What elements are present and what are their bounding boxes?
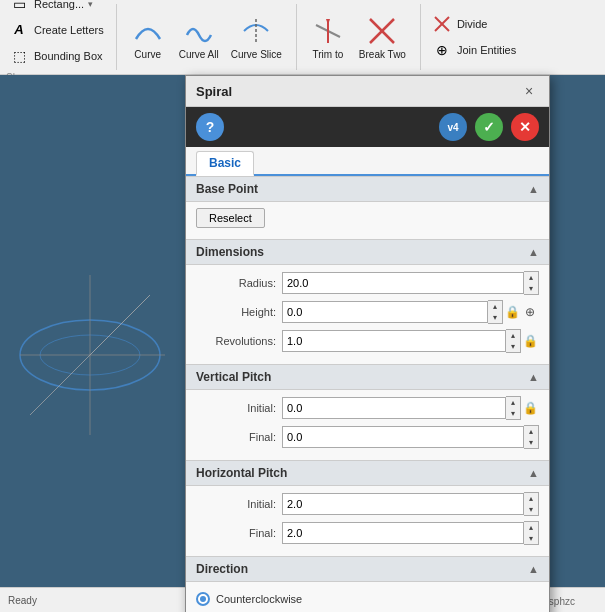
vp-final-input[interactable] xyxy=(282,426,524,448)
radius-row: Radius: ▴ ▾ xyxy=(196,271,539,295)
rectangle-icon: ▭ xyxy=(8,0,30,15)
radius-label: Radius: xyxy=(196,277,276,289)
base-point-body: Reselect xyxy=(186,202,549,239)
dialog-close-btn[interactable]: × xyxy=(519,81,539,101)
revolutions-row: Revolutions: ▴ ▾ 🔒 xyxy=(196,329,539,353)
curve-all-label: Curve All xyxy=(179,49,219,60)
cancel-icon: ✕ xyxy=(519,119,531,135)
height-input[interactable] xyxy=(282,301,488,323)
hp-initial-up-btn[interactable]: ▴ xyxy=(524,493,538,504)
revolutions-down-btn[interactable]: ▾ xyxy=(506,341,520,352)
height-lock-icon[interactable]: 🔒 xyxy=(503,303,521,321)
join-entities-btn[interactable]: ⊕ Join Entities xyxy=(429,38,518,62)
vp-final-down-btn[interactable]: ▾ xyxy=(524,437,538,448)
tab-basic[interactable]: Basic xyxy=(196,151,254,176)
trim-break-icons: Trim to Break Two xyxy=(305,13,410,62)
break-two-label: Break Two xyxy=(359,49,406,60)
radius-down-btn[interactable]: ▾ xyxy=(524,283,538,294)
help-btn[interactable]: ? xyxy=(196,113,224,141)
revolutions-lock-icon[interactable]: 🔒 xyxy=(521,332,539,350)
revolutions-label: Revolutions: xyxy=(196,335,276,347)
dialog-toolbar: ? v4 ✓ ✕ xyxy=(186,107,549,147)
horizontal-pitch-title: Horizontal Pitch xyxy=(196,466,287,480)
divide-label: Divide xyxy=(457,18,488,30)
trim-to-label: Trim to xyxy=(312,49,343,60)
height-center-icon[interactable]: ⊕ xyxy=(521,303,539,321)
trim-to-btn[interactable]: Trim to xyxy=(305,13,351,62)
vertical-pitch-section-header[interactable]: Vertical Pitch ▲ xyxy=(186,364,549,390)
vp-initial-input[interactable] xyxy=(282,397,506,419)
radius-input[interactable] xyxy=(282,272,524,294)
base-point-section-header[interactable]: Base Point ▲ xyxy=(186,176,549,202)
height-down-btn[interactable]: ▾ xyxy=(488,312,502,323)
curve-icon xyxy=(132,15,164,47)
dimensions-title: Dimensions xyxy=(196,245,264,259)
vp-final-up-btn[interactable]: ▴ xyxy=(524,426,538,437)
height-row: Height: ▴ ▾ 🔒 ⊕ xyxy=(196,300,539,324)
hp-initial-spinner: ▴ ▾ xyxy=(524,492,539,516)
dimensions-section-header[interactable]: Dimensions ▲ xyxy=(186,239,549,265)
cancel-btn[interactable]: ✕ xyxy=(511,113,539,141)
radius-up-btn[interactable]: ▴ xyxy=(524,272,538,283)
v4-icon: v4 xyxy=(447,122,458,133)
hp-final-input[interactable] xyxy=(282,522,524,544)
height-label: Height: xyxy=(196,306,276,318)
hp-final-row: Final: ▴ ▾ xyxy=(196,521,539,545)
revolutions-input[interactable] xyxy=(282,330,506,352)
base-point-collapse-icon: ▲ xyxy=(528,183,539,195)
vp-final-row: Final: ▴ ▾ xyxy=(196,425,539,449)
curve-icons: Curve Curve All Curve Slice xyxy=(125,13,286,62)
hp-final-up-btn[interactable]: ▴ xyxy=(524,522,538,533)
counterclockwise-label: Counterclockwise xyxy=(216,593,302,605)
join-icon: ⊕ xyxy=(431,39,453,61)
horizontal-pitch-section-header[interactable]: Horizontal Pitch ▲ xyxy=(186,460,549,486)
rectangle-btn[interactable]: ▭ Rectang... ▾ xyxy=(6,0,95,16)
hp-final-down-btn[interactable]: ▾ xyxy=(524,533,538,544)
curve-btn[interactable]: Curve xyxy=(125,13,171,62)
create-letters-btn[interactable]: A Create Letters xyxy=(6,18,106,42)
vertical-pitch-body: Initial: ▴ ▾ 🔒 Final: ▴ ▾ xyxy=(186,390,549,460)
curve-slice-label: Curve Slice xyxy=(231,49,282,60)
counterclockwise-radio[interactable] xyxy=(196,592,210,606)
curve-all-btn[interactable]: Curve All xyxy=(175,13,223,62)
radius-input-wrap: ▴ ▾ xyxy=(282,271,539,295)
height-up-btn[interactable]: ▴ xyxy=(488,301,502,312)
vp-initial-up-btn[interactable]: ▴ xyxy=(506,397,520,408)
hp-final-spinner: ▴ ▾ xyxy=(524,521,539,545)
direction-collapse-icon: ▲ xyxy=(528,563,539,575)
hp-initial-input[interactable] xyxy=(282,493,524,515)
vp-final-label: Final: xyxy=(196,431,276,443)
break-two-btn[interactable]: Break Two xyxy=(355,13,410,62)
direction-body: Counterclockwise xyxy=(186,582,549,612)
radius-spinner: ▴ ▾ xyxy=(524,271,539,295)
dialog-tabs: Basic xyxy=(186,147,549,176)
divide-btn[interactable]: Divide xyxy=(429,12,490,36)
divide-join-section: Divide ⊕ Join Entities xyxy=(429,4,528,70)
vp-initial-spinner: ▴ ▾ xyxy=(506,396,521,420)
hp-initial-wrap: ▴ ▾ xyxy=(282,492,539,516)
vp-initial-down-btn[interactable]: ▾ xyxy=(506,408,520,419)
bounding-box-btn[interactable]: ⬚ Bounding Box xyxy=(6,44,105,68)
dialog-content[interactable]: Base Point ▲ Reselect Dimensions ▲ Radiu… xyxy=(186,176,549,612)
hp-initial-row: Initial: ▴ ▾ xyxy=(196,492,539,516)
reselect-btn[interactable]: Reselect xyxy=(196,208,265,228)
divide-icon xyxy=(431,13,453,35)
ok-btn[interactable]: ✓ xyxy=(475,113,503,141)
height-spinner: ▴ ▾ xyxy=(488,300,503,324)
vp-initial-row: Initial: ▴ ▾ 🔒 xyxy=(196,396,539,420)
revolutions-up-btn[interactable]: ▴ xyxy=(506,330,520,341)
status-text: Ready xyxy=(8,595,37,606)
base-point-title: Base Point xyxy=(196,182,258,196)
direction-section-header[interactable]: Direction ▲ xyxy=(186,556,549,582)
vp-initial-lock-icon[interactable]: 🔒 xyxy=(521,399,539,417)
height-input-wrap: ▴ ▾ 🔒 ⊕ xyxy=(282,300,539,324)
hp-initial-down-btn[interactable]: ▾ xyxy=(524,504,538,515)
reselect-row: Reselect xyxy=(196,208,539,228)
vertical-pitch-collapse-icon: ▲ xyxy=(528,371,539,383)
curve-label: Curve xyxy=(134,49,161,60)
curve-slice-btn[interactable]: Curve Slice xyxy=(227,13,286,62)
hp-final-wrap: ▴ ▾ xyxy=(282,521,539,545)
dimensions-body: Radius: ▴ ▾ Height: ▴ ▾ xyxy=(186,265,549,364)
dialog-title: Spiral xyxy=(196,84,232,99)
v4-btn[interactable]: v4 xyxy=(439,113,467,141)
